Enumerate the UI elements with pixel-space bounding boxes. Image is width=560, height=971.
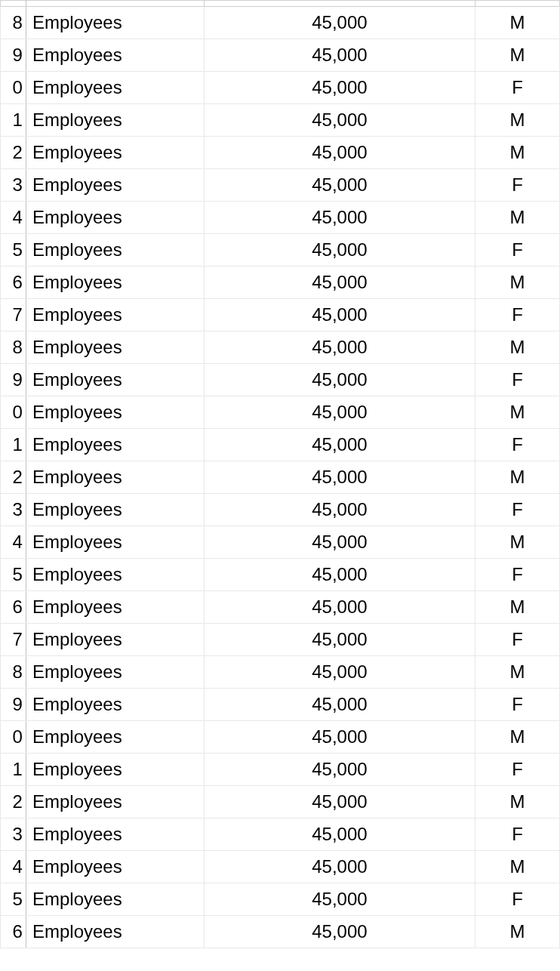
table-row[interactable]: 8Employees45,000M — [1, 656, 560, 689]
cell-gender[interactable]: M — [475, 461, 560, 494]
table-row[interactable]: 5Employees45,000F — [1, 883, 560, 916]
cell-category[interactable]: Employees — [26, 169, 204, 202]
table-row[interactable]: 0Employees45,000F — [1, 72, 560, 104]
cell-gender[interactable]: F — [475, 169, 560, 202]
cell-gender[interactable]: M — [475, 656, 560, 689]
row-number[interactable]: 0 — [1, 721, 26, 754]
row-number[interactable]: 4 — [1, 851, 26, 883]
cell-gender[interactable]: F — [475, 72, 560, 104]
cell-salary[interactable]: 45,000 — [204, 72, 475, 104]
row-number[interactable]: 2 — [1, 137, 26, 169]
row-number[interactable]: 7 — [1, 624, 26, 656]
cell-salary[interactable]: 45,000 — [204, 494, 475, 526]
cell-category[interactable]: Employees — [26, 624, 204, 656]
cell-salary[interactable]: 45,000 — [204, 461, 475, 494]
row-number[interactable]: 2 — [1, 461, 26, 494]
cell-salary[interactable]: 45,000 — [204, 591, 475, 624]
cell-salary[interactable]: 45,000 — [204, 559, 475, 591]
cell-salary[interactable]: 45,000 — [204, 883, 475, 916]
cell-category[interactable]: Employees — [26, 396, 204, 429]
col-header-c[interactable] — [204, 1, 475, 7]
cell-category[interactable]: Employees — [26, 267, 204, 299]
spreadsheet-grid[interactable]: 8Employees45,000M9Employees45,000M0Emplo… — [0, 0, 560, 948]
cell-salary[interactable]: 45,000 — [204, 202, 475, 234]
cell-salary[interactable]: 45,000 — [204, 656, 475, 689]
row-number[interactable]: 3 — [1, 169, 26, 202]
cell-salary[interactable]: 45,000 — [204, 169, 475, 202]
row-number[interactable]: 8 — [1, 331, 26, 364]
row-number[interactable]: 6 — [1, 591, 26, 624]
cell-salary[interactable]: 45,000 — [204, 526, 475, 559]
cell-category[interactable]: Employees — [26, 591, 204, 624]
cell-category[interactable]: Employees — [26, 494, 204, 526]
cell-salary[interactable]: 45,000 — [204, 331, 475, 364]
cell-salary[interactable]: 45,000 — [204, 39, 475, 72]
table-row[interactable]: 0Employees45,000M — [1, 721, 560, 754]
cell-category[interactable]: Employees — [26, 689, 204, 721]
row-number[interactable]: 8 — [1, 7, 26, 39]
table-row[interactable]: 4Employees45,000M — [1, 526, 560, 559]
cell-category[interactable]: Employees — [26, 559, 204, 591]
cell-category[interactable]: Employees — [26, 851, 204, 883]
cell-category[interactable]: Employees — [26, 202, 204, 234]
table-row[interactable]: 1Employees45,000F — [1, 429, 560, 461]
cell-gender[interactable]: M — [475, 916, 560, 948]
cell-salary[interactable]: 45,000 — [204, 364, 475, 396]
table-row[interactable]: 5Employees45,000F — [1, 559, 560, 591]
cell-category[interactable]: Employees — [26, 299, 204, 331]
table-row[interactable]: 5Employees45,000F — [1, 234, 560, 267]
cell-gender[interactable]: F — [475, 494, 560, 526]
cell-category[interactable]: Employees — [26, 39, 204, 72]
row-number[interactable]: 6 — [1, 267, 26, 299]
cell-salary[interactable]: 45,000 — [204, 137, 475, 169]
table-row[interactable]: 0Employees45,000M — [1, 396, 560, 429]
cell-gender[interactable]: M — [475, 396, 560, 429]
table-row[interactable]: 4Employees45,000M — [1, 202, 560, 234]
cell-salary[interactable]: 45,000 — [204, 429, 475, 461]
row-number[interactable]: 5 — [1, 883, 26, 916]
table-row[interactable]: 3Employees45,000F — [1, 494, 560, 526]
row-number[interactable]: 8 — [1, 656, 26, 689]
table-row[interactable]: 3Employees45,000F — [1, 169, 560, 202]
row-number[interactable]: 4 — [1, 526, 26, 559]
cell-category[interactable]: Employees — [26, 7, 204, 39]
cell-gender[interactable]: M — [475, 526, 560, 559]
cell-salary[interactable]: 45,000 — [204, 689, 475, 721]
table-row[interactable]: 4Employees45,000M — [1, 851, 560, 883]
table-row[interactable]: 3Employees45,000F — [1, 818, 560, 851]
table-row[interactable]: 7Employees45,000F — [1, 299, 560, 331]
row-number[interactable]: 3 — [1, 818, 26, 851]
cell-category[interactable]: Employees — [26, 137, 204, 169]
row-number[interactable]: 1 — [1, 429, 26, 461]
cell-category[interactable]: Employees — [26, 234, 204, 267]
cell-gender[interactable]: F — [475, 234, 560, 267]
cell-salary[interactable]: 45,000 — [204, 299, 475, 331]
cell-salary[interactable]: 45,000 — [204, 234, 475, 267]
cell-salary[interactable]: 45,000 — [204, 721, 475, 754]
table-row[interactable]: 8Employees45,000M — [1, 7, 560, 39]
cell-salary[interactable]: 45,000 — [204, 786, 475, 818]
cell-category[interactable]: Employees — [26, 754, 204, 786]
cell-gender[interactable]: M — [475, 851, 560, 883]
cell-gender[interactable]: M — [475, 721, 560, 754]
table-row[interactable]: 9Employees45,000M — [1, 39, 560, 72]
row-number[interactable]: 4 — [1, 202, 26, 234]
row-number[interactable]: 3 — [1, 494, 26, 526]
cell-gender[interactable]: M — [475, 202, 560, 234]
cell-gender[interactable]: M — [475, 786, 560, 818]
table-row[interactable]: 9Employees45,000F — [1, 689, 560, 721]
table-row[interactable]: 6Employees45,000M — [1, 591, 560, 624]
row-number[interactable]: 5 — [1, 234, 26, 267]
cell-category[interactable]: Employees — [26, 818, 204, 851]
table-row[interactable]: 9Employees45,000F — [1, 364, 560, 396]
cell-category[interactable]: Employees — [26, 916, 204, 948]
cell-salary[interactable]: 45,000 — [204, 916, 475, 948]
cell-gender[interactable]: F — [475, 883, 560, 916]
table-row[interactable]: 7Employees45,000F — [1, 624, 560, 656]
cell-gender[interactable]: M — [475, 591, 560, 624]
cell-gender[interactable]: M — [475, 7, 560, 39]
cell-salary[interactable]: 45,000 — [204, 7, 475, 39]
col-header-d[interactable] — [475, 1, 560, 7]
cell-category[interactable]: Employees — [26, 72, 204, 104]
table-row[interactable]: 8Employees45,000M — [1, 331, 560, 364]
